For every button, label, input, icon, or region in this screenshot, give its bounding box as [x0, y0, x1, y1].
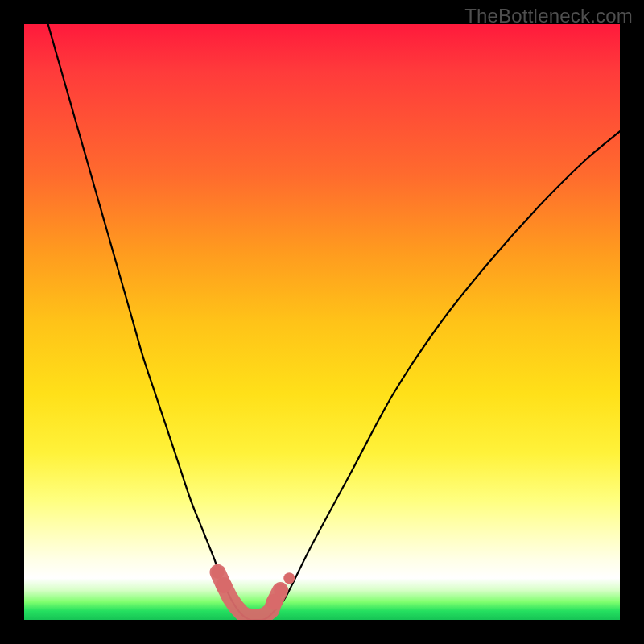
- optimum-markers: [212, 566, 295, 617]
- chart-frame: TheBottleneck.com: [0, 0, 644, 644]
- optimum-dot: [212, 566, 225, 579]
- bottleneck-curve: [48, 24, 620, 620]
- optimum-dot-outlier: [283, 572, 295, 584]
- optimum-dot: [274, 584, 287, 597]
- optimum-dot: [216, 577, 232, 593]
- curve-svg: [24, 24, 620, 620]
- plot-area: [24, 24, 620, 620]
